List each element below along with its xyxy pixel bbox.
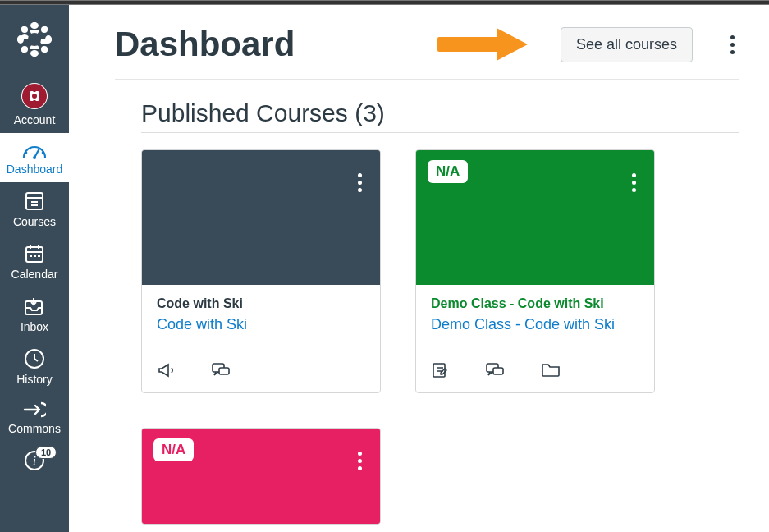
calendar-icon <box>24 243 45 264</box>
svg-rect-46 <box>219 368 229 374</box>
page-title: Dashboard <box>115 25 295 64</box>
nav-help[interactable]: 10 i <box>0 442 69 471</box>
global-nav: Account Dashboard Courses <box>0 5 69 532</box>
nav-commons[interactable]: Commons <box>0 392 69 442</box>
canvas-logo[interactable] <box>0 5 69 74</box>
main-content: Dashboard See all courses Published Cour… <box>69 5 769 532</box>
svg-point-15 <box>41 46 48 53</box>
nav-account[interactable]: Account <box>0 74 69 133</box>
course-badge: N/A <box>428 160 468 183</box>
course-card-menu[interactable] <box>353 447 367 475</box>
discussions-icon[interactable] <box>485 361 505 379</box>
section-divider <box>141 132 739 133</box>
nav-history[interactable]: History <box>0 340 69 392</box>
course-card-header: N/A <box>416 150 654 285</box>
nav-history-label: History <box>16 373 53 386</box>
svg-rect-22 <box>34 100 36 103</box>
svg-point-14 <box>21 46 28 53</box>
nav-calendar-label: Calendar <box>11 268 58 281</box>
course-title: Demo Class - Code with Ski <box>431 296 639 311</box>
courses-icon <box>24 190 45 212</box>
course-badge: N/A <box>153 438 194 461</box>
svg-point-12 <box>21 26 28 33</box>
svg-point-13 <box>41 26 48 33</box>
nav-dashboard-label: Dashboard <box>7 163 63 176</box>
nav-courses-label: Courses <box>13 215 56 228</box>
svg-rect-49 <box>493 368 503 374</box>
course-card-menu[interactable] <box>353 168 367 197</box>
announcements-icon[interactable] <box>157 361 175 379</box>
svg-text:i: i <box>33 455 36 467</box>
svg-point-27 <box>25 152 28 154</box>
svg-point-28 <box>30 148 32 150</box>
course-link[interactable]: Code with Ski <box>157 316 365 333</box>
section-title: Published Courses (3) <box>141 99 739 127</box>
svg-point-26 <box>33 156 36 159</box>
inbox-icon <box>23 296 46 317</box>
dashboard-icon <box>22 141 47 159</box>
course-link[interactable]: Demo Class - Code with Ski <box>431 316 639 333</box>
svg-rect-40 <box>38 255 40 257</box>
svg-point-11 <box>45 35 52 44</box>
course-card[interactable]: N/A Demo Class - Code with Ski Demo Clas… <box>415 149 655 393</box>
svg-point-20 <box>32 94 37 99</box>
course-card-header: N/A <box>142 429 380 525</box>
nav-account-label: Account <box>14 113 56 126</box>
help-badge: 10 <box>35 446 57 459</box>
course-cards: Code with Ski Code with Ski N/A Demo Cla… <box>141 149 739 525</box>
commons-icon <box>23 401 46 419</box>
nav-courses[interactable]: Courses <box>0 182 69 235</box>
svg-point-16 <box>28 33 41 46</box>
nav-dashboard[interactable]: Dashboard <box>0 133 69 182</box>
svg-rect-38 <box>30 255 32 257</box>
course-card[interactable]: Code with Ski Code with Ski <box>141 149 381 393</box>
nav-calendar[interactable]: Calendar <box>0 235 69 287</box>
course-card-header <box>142 150 380 285</box>
discussions-icon[interactable] <box>211 361 231 379</box>
svg-rect-23 <box>27 95 30 98</box>
svg-point-10 <box>17 35 24 44</box>
nav-inbox-label: Inbox <box>21 320 48 333</box>
course-card-menu[interactable] <box>627 168 641 197</box>
canvas-logo-icon <box>15 20 54 59</box>
callout-arrow <box>437 30 528 58</box>
svg-rect-24 <box>39 95 42 98</box>
nav-inbox[interactable]: Inbox <box>0 287 69 340</box>
history-icon <box>24 348 45 369</box>
svg-point-29 <box>42 152 44 154</box>
see-all-courses-button[interactable]: See all courses <box>561 27 693 62</box>
svg-point-8 <box>30 22 39 29</box>
assignments-icon[interactable] <box>431 361 449 379</box>
dashboard-options-menu[interactable] <box>726 30 739 59</box>
files-icon[interactable] <box>541 361 561 378</box>
course-card[interactable]: N/A <box>141 428 381 525</box>
svg-rect-39 <box>34 255 36 257</box>
account-avatar-icon <box>21 82 48 110</box>
svg-rect-21 <box>34 89 36 92</box>
nav-commons-label: Commons <box>8 422 61 435</box>
page-header: Dashboard See all courses <box>115 25 739 80</box>
svg-point-9 <box>30 50 39 57</box>
course-title: Code with Ski <box>157 296 365 311</box>
